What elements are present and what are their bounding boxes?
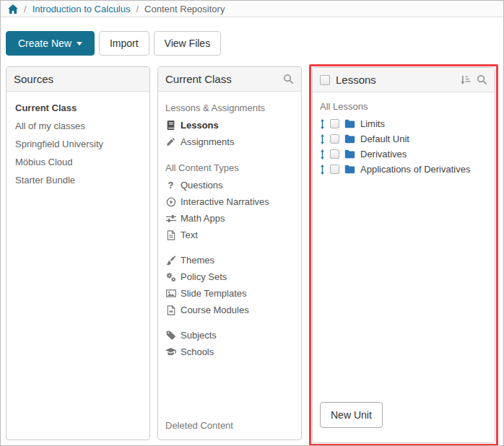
deleted-content-link[interactable]: Deleted Content [158, 416, 301, 432]
create-new-button[interactable]: Create New [6, 31, 95, 56]
content-type-label: Schools [181, 346, 214, 357]
content-type-label: Subjects [181, 330, 217, 341]
breadcrumb-separator: / [24, 4, 27, 14]
source-item-starter-bundle[interactable]: Starter Bundle [6, 171, 149, 189]
play-circle-icon [165, 197, 176, 207]
breadcrumb-current-page: Content Repository [144, 4, 225, 14]
graduation-cap-icon [165, 347, 176, 357]
unit-checkbox[interactable] [330, 165, 339, 174]
select-all-checkbox[interactable] [320, 75, 330, 85]
content-type-label: Interactive Narratives [181, 196, 269, 207]
content-type-label: Slide Templates [181, 288, 247, 299]
content-type-label: Themes [181, 255, 214, 266]
tag-icon [165, 331, 176, 340]
drag-handle-icon[interactable] [320, 119, 325, 129]
content-type-label: Lessons [181, 120, 219, 131]
drag-handle-icon[interactable] [320, 134, 325, 144]
unit-label[interactable]: Applications of Derivatives [360, 164, 470, 175]
drag-handle-icon[interactable] [320, 165, 325, 175]
current-class-panel: Current Class Lessons & Assignments Less… [157, 66, 302, 440]
content-type-label: Text [181, 229, 198, 240]
file-chart-icon [165, 305, 176, 315]
content-type-text[interactable]: Text [158, 227, 301, 243]
caret-down-icon [77, 42, 82, 45]
breadcrumb-link-course[interactable]: Introduction to Calculus [32, 4, 131, 14]
view-files-label: View Files [165, 38, 211, 49]
content-type-themes[interactable]: Themes [158, 252, 301, 268]
unit-label[interactable]: Derivatives [360, 149, 407, 159]
content-type-label: Assignments [181, 136, 234, 147]
content-type-assignments[interactable]: Assignments [158, 134, 301, 150]
sources-list: Current Class All of my classes Springfi… [6, 92, 149, 440]
breadcrumb-separator: / [136, 4, 139, 14]
folder-icon [344, 134, 355, 144]
content-type-math-apps[interactable]: Math Apps [158, 210, 301, 227]
source-item-mobius-cloud[interactable]: Möbius Cloud [6, 153, 149, 171]
lessons-list: All Lessons Limits [313, 92, 495, 442]
unit-checkbox[interactable] [330, 134, 339, 144]
file-text-icon [165, 230, 176, 240]
main-content: Sources Current Class All of my classes … [1, 64, 503, 446]
current-class-list: Lessons & Assignments Lessons Assignment… [158, 92, 301, 440]
folder-icon [344, 165, 355, 174]
question-icon: ? [165, 180, 176, 191]
content-type-label: Course Modules [181, 305, 249, 315]
unit-row-limits: Limits [313, 116, 495, 131]
pencil-icon [165, 137, 176, 147]
source-item-all-classes[interactable]: All of my classes [6, 117, 149, 135]
content-type-schools[interactable]: Schools [158, 344, 301, 360]
content-type-label: Math Apps [181, 213, 225, 224]
unit-row-derivatives: Derivatives [313, 147, 495, 162]
import-label: Import [110, 38, 139, 49]
breadcrumb: / Introduction to Calculus / Content Rep… [1, 1, 503, 17]
view-files-button[interactable]: View Files [154, 31, 222, 56]
current-class-panel-title: Current Class [165, 73, 232, 85]
content-type-label: Policy Sets [181, 271, 227, 282]
sources-panel-header: Sources [6, 67, 149, 92]
current-class-panel-header: Current Class [158, 67, 301, 92]
sources-panel-title: Sources [14, 73, 53, 85]
image-icon [165, 289, 176, 298]
content-type-slide-templates[interactable]: Slide Templates [158, 285, 301, 302]
folder-icon [344, 119, 355, 128]
create-new-label: Create New [18, 38, 71, 49]
unit-checkbox[interactable] [330, 149, 339, 159]
new-unit-label: New Unit [331, 409, 372, 421]
new-unit-button[interactable]: New Unit [320, 402, 383, 428]
sort-amount-icon[interactable] [459, 74, 471, 85]
unit-label[interactable]: Default Unit [360, 134, 409, 144]
toolbar: Create New Import View Files [1, 17, 503, 64]
lessons-panel: Lessons All Lessons [312, 67, 495, 443]
source-item-current-class[interactable]: Current Class [6, 99, 149, 117]
lessons-panel-footer: New Unit [313, 395, 495, 435]
red-highlight-annotation: Lessons All Lessons [309, 64, 498, 446]
gears-icon [165, 272, 176, 282]
home-icon[interactable] [8, 4, 18, 14]
unit-checkbox[interactable] [330, 119, 339, 128]
unit-row-default-unit: Default Unit [313, 131, 495, 147]
content-type-interactive-narratives[interactable]: Interactive Narratives [158, 193, 301, 210]
search-icon[interactable] [477, 74, 487, 85]
import-button[interactable]: Import [99, 31, 149, 56]
sliders-icon [165, 214, 176, 224]
content-type-course-modules[interactable]: Course Modules [158, 302, 301, 318]
paintbrush-icon [165, 255, 176, 266]
folder-icon [344, 149, 355, 159]
source-item-springfield-university[interactable]: Springfield University [6, 135, 149, 153]
all-lessons-label: All Lessons [313, 100, 495, 116]
content-type-questions[interactable]: ? Questions [158, 177, 301, 193]
drag-handle-icon[interactable] [320, 149, 325, 159]
unit-row-applications-of-derivatives: Applications of Derivatives [313, 162, 495, 177]
unit-label[interactable]: Limits [360, 118, 385, 129]
lessons-panel-title: Lessons [336, 74, 376, 86]
content-type-subjects[interactable]: Subjects [158, 327, 301, 344]
sources-panel: Sources Current Class All of my classes … [6, 66, 150, 440]
lessons-panel-header: Lessons [313, 68, 495, 92]
content-type-lessons[interactable]: Lessons [158, 117, 301, 134]
search-icon[interactable] [283, 74, 294, 84]
section-label-lessons-assignments: Lessons & Assignments [158, 99, 301, 117]
section-label-all-content-types: All Content Types [158, 159, 301, 177]
content-type-policy-sets[interactable]: Policy Sets [158, 268, 301, 285]
book-icon [165, 121, 176, 130]
content-type-label: Questions [181, 180, 223, 191]
